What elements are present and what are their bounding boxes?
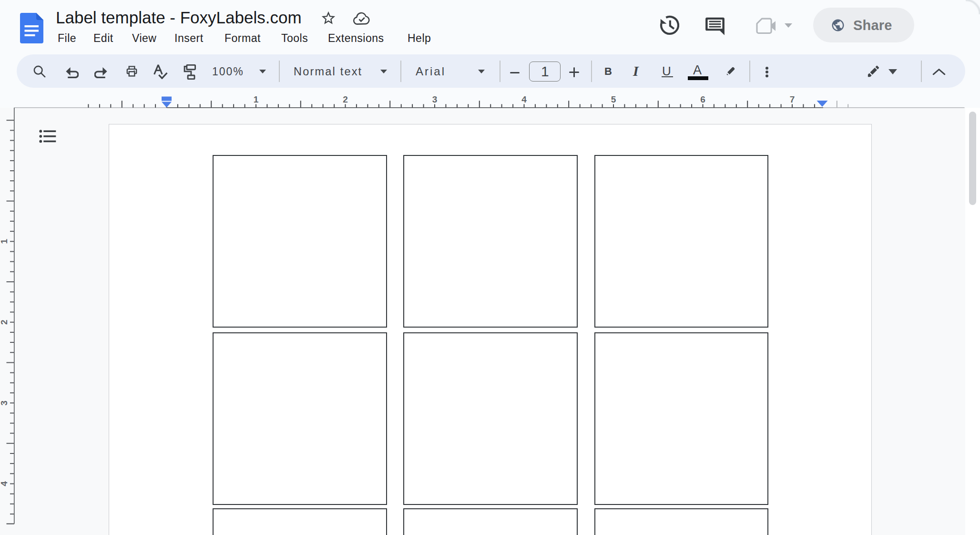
svg-text:3: 3 [0,401,9,406]
svg-text:1: 1 [254,94,259,104]
svg-text:5: 5 [611,94,616,104]
svg-text:2: 2 [0,319,9,325]
svg-text:7: 7 [790,94,795,104]
svg-text:6: 6 [700,94,705,104]
svg-text:1: 1 [0,239,9,244]
svg-text:3: 3 [432,94,438,104]
svg-text:4: 4 [0,481,9,486]
svg-text:4: 4 [521,94,527,104]
svg-text:2: 2 [343,94,348,104]
